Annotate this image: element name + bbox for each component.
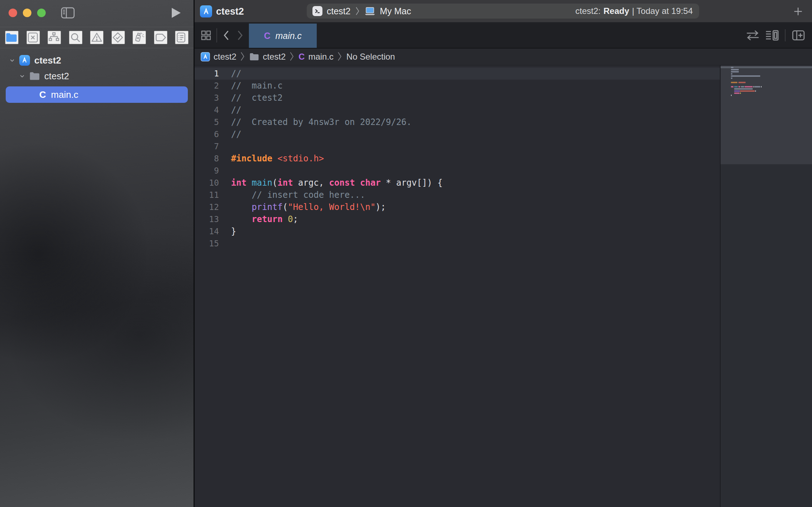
- code-line[interactable]: 11 // insert code here...: [195, 189, 720, 201]
- play-icon[interactable]: [170, 7, 182, 19]
- project-navigator-button folder-icon[interactable]: [5, 31, 19, 44]
- chevron-down-icon[interactable]: [19, 73, 25, 79]
- code-text: [219, 141, 231, 151]
- status-detail: | Today at 19:54: [632, 6, 693, 16]
- tab-main-c[interactable]: C main.c: [249, 24, 317, 48]
- breadcrumb-label: ctest2: [263, 52, 286, 62]
- minimap-bar: [740, 92, 741, 94]
- scheme-selector[interactable]: ctest2 My Mac: [307, 4, 417, 19]
- code-line[interactable]: 5// Created by 4nsw3r on 2022/9/26.: [195, 116, 720, 128]
- minimap-bar: [731, 75, 760, 77]
- line-number[interactable]: 15: [195, 237, 219, 250]
- minimap-bar: [738, 86, 740, 87]
- line-number[interactable]: 7: [195, 140, 219, 152]
- line-number[interactable]: 12: [195, 201, 219, 213]
- debug-navigator-button spray-bottle-icon[interactable]: [132, 31, 146, 44]
- line-number[interactable]: 1: [195, 67, 219, 80]
- tree-item-project[interactable]: ctest2: [0, 53, 194, 68]
- chevron-right-icon forward-button[interactable]: [235, 29, 246, 41]
- line-number[interactable]: 2: [195, 80, 219, 92]
- status-target: ctest2:: [575, 6, 601, 16]
- code-review-icon[interactable]: [744, 28, 761, 42]
- line-number[interactable]: 8: [195, 152, 219, 165]
- line-number[interactable]: 11: [195, 189, 219, 201]
- line-number[interactable]: 5: [195, 116, 219, 128]
- chevron-separator-icon: [355, 6, 360, 16]
- c-file-icon: C: [299, 52, 305, 62]
- minimap-bar: [731, 82, 737, 83]
- code-text: [219, 166, 231, 176]
- code-line[interactable]: 7: [195, 140, 720, 152]
- source-control-navigator-button square-x-icon[interactable]: [26, 31, 40, 44]
- breadcrumb-project[interactable]: ctest2: [201, 52, 236, 62]
- code-line[interactable]: 4//: [195, 104, 720, 116]
- report-navigator-button report-list-icon[interactable]: [175, 31, 189, 44]
- issue-navigator-button warning-triangle-icon[interactable]: [90, 31, 104, 44]
- sidebar-toggle-icon[interactable]: [61, 6, 75, 19]
- code-line[interactable]: 1//: [195, 67, 720, 80]
- breakpoint-navigator-button tag-icon[interactable]: [154, 31, 167, 44]
- line-number[interactable]: 10: [195, 177, 219, 189]
- adjust-editor-icon minimap-toggle-icon[interactable]: [763, 28, 781, 42]
- code-line[interactable]: 13 return 0;: [195, 213, 720, 225]
- close-button[interactable]: [9, 9, 17, 17]
- chevron-separator-icon: [289, 51, 295, 62]
- toolbar: ctest2 ctest2 My Mac ctest2:: [195, 0, 812, 23]
- minimap-bar: [755, 86, 760, 87]
- minimap-bar: [745, 86, 753, 87]
- code-line[interactable]: 6//: [195, 128, 720, 140]
- tab-bar-actions: [744, 23, 812, 48]
- code-text: [219, 239, 231, 249]
- code-text: // main.c: [219, 81, 283, 91]
- related-items-icon grid-icon[interactable]: [200, 29, 212, 41]
- test-navigator-button diamond-check-icon[interactable]: [111, 31, 125, 44]
- line-number[interactable]: 6: [195, 128, 219, 140]
- find-navigator-button search-icon[interactable]: [69, 31, 82, 44]
- code-line[interactable]: 2// main.c: [195, 80, 720, 92]
- tree-item-main-c[interactable]: C main.c: [6, 86, 188, 103]
- code-line[interactable]: 8#include <stdio.h>: [195, 152, 720, 165]
- code-line[interactable]: 12 printf("Hello, World!\n");: [195, 201, 720, 213]
- code-text: }: [219, 226, 236, 236]
- line-number[interactable]: 14: [195, 225, 219, 237]
- plus-icon add-button[interactable]: [792, 5, 804, 17]
- minimap-bar: [741, 86, 744, 87]
- c-file-icon: C: [264, 31, 270, 41]
- code-line[interactable]: 15: [195, 237, 720, 250]
- line-number[interactable]: 9: [195, 165, 219, 177]
- breadcrumb-label: main.c: [308, 52, 334, 62]
- activity-status[interactable]: ctest2: Ready | Today at 19:54: [575, 4, 693, 19]
- code-text: // ctest2: [219, 93, 283, 103]
- line-number[interactable]: 13: [195, 213, 219, 225]
- minimap-bar: [731, 95, 732, 96]
- code-lines: 1//2// main.c3// ctest24//5// Created by…: [195, 67, 720, 250]
- symbol-navigator-button hierarchy-icon[interactable]: [47, 31, 61, 44]
- tree-item-label: main.c: [51, 89, 79, 100]
- code-text: //: [219, 105, 241, 115]
- breadcrumb-label: ctest2: [214, 52, 236, 62]
- chevron-down-icon[interactable]: [9, 57, 15, 63]
- scheme-destination: My Mac: [380, 6, 411, 16]
- breadcrumb-group[interactable]: ctest2: [249, 52, 286, 62]
- minimap-bar: [731, 67, 733, 68]
- chevron-left-icon back-button[interactable]: [220, 29, 232, 41]
- tab-label: main.c: [275, 31, 302, 41]
- code-text: // insert code here...: [219, 190, 365, 200]
- source-editor[interactable]: 1//2// main.c3// ctest24//5// Created by…: [195, 65, 812, 507]
- tree-item-group[interactable]: ctest2: [0, 69, 194, 84]
- minimize-button[interactable]: [23, 9, 31, 17]
- code-line[interactable]: 10int main(int argc, const char * argv[]…: [195, 177, 720, 189]
- line-number[interactable]: 3: [195, 92, 219, 104]
- navigator-sidebar: ctest2 ctest2 C main.c: [0, 0, 194, 507]
- code-line[interactable]: 14}: [195, 225, 720, 237]
- line-number[interactable]: 4: [195, 104, 219, 116]
- code-line[interactable]: 9: [195, 165, 720, 177]
- code-line[interactable]: 3// ctest2: [195, 92, 720, 104]
- add-editor-icon[interactable]: [790, 28, 807, 42]
- breadcrumb-file[interactable]: C main.c: [299, 52, 334, 62]
- minimap-bar: [731, 71, 739, 72]
- minimap-content: [721, 66, 812, 164]
- zoom-button[interactable]: [37, 9, 46, 17]
- minimap[interactable]: [721, 65, 812, 507]
- breadcrumb-selection[interactable]: No Selection: [346, 52, 395, 62]
